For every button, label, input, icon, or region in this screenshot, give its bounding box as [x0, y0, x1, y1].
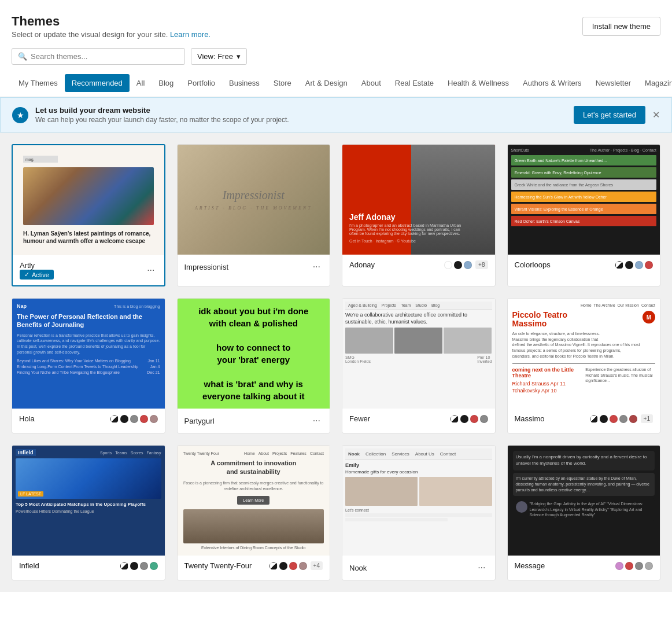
tab-blog[interactable]: Blog — [152, 74, 180, 92]
theme-name-artly: Artly — [20, 261, 54, 270]
theme-name-fewer: Fewer — [349, 414, 370, 423]
search-icon: 🔍 — [18, 52, 27, 61]
banner-cta-button[interactable]: Let's get started — [574, 106, 645, 124]
theme-preview-adonay[interactable]: Jeff Adonay I'm a photographer and an ab… — [342, 145, 495, 255]
theme-name-colorloops: Colorloops — [515, 260, 551, 269]
tab-art-design[interactable]: Art & Design — [298, 74, 355, 92]
tab-business[interactable]: Business — [222, 74, 267, 92]
tab-recommended[interactable]: Recommended — [65, 74, 130, 92]
color-swatches-twentytwentyfour — [269, 562, 307, 570]
color-swatches-hola — [110, 415, 158, 423]
theme-card-nook: NookCollectionServicesAbout UsContact Em… — [342, 445, 496, 580]
theme-card-infield: Infield SportsTeamsScoresFantasy LF LATE… — [12, 445, 165, 580]
promo-banner: ★ Let us build your dream website We can… — [0, 97, 672, 133]
search-box: 🔍 — [12, 48, 185, 65]
page-subtitle: Select or update the visual design for y… — [12, 30, 211, 39]
color-swatches-fewer — [451, 415, 488, 423]
theme-card-massimo: HomeThe ArchiveOur MissionContact Piccol… — [507, 298, 661, 433]
banner-title: Let us build your dream website — [35, 106, 289, 115]
active-badge-artly: ✓ Active — [20, 270, 54, 280]
tab-authors-writers[interactable]: Authors & Writers — [516, 74, 589, 92]
tab-about[interactable]: About — [355, 74, 388, 92]
theme-card-twentytwentyfour: Twenty Twenty Four HomeAboutProjectsFeat… — [177, 445, 331, 580]
theme-preview-hola[interactable]: Nap This is a blog on blogging The Power… — [12, 299, 165, 409]
tab-real-estate[interactable]: Real Estate — [388, 74, 441, 92]
tab-store[interactable]: Store — [267, 74, 298, 92]
tab-health-wellness[interactable]: Health & Wellness — [441, 74, 516, 92]
theme-more-button-artly[interactable]: ··· — [145, 264, 157, 277]
theme-name-adonay: Adonay — [349, 260, 375, 269]
theme-card-fewer: Aged & BuildingProjectsTeamStudioBlog We… — [342, 298, 496, 433]
theme-card-partygurl: idk about you but i'm donewith clean & p… — [177, 298, 331, 433]
extra-count-massimo: +1 — [641, 414, 653, 423]
page-title: Themes — [12, 14, 211, 29]
tab-all[interactable]: All — [130, 74, 152, 92]
install-new-theme-button[interactable]: Install new theme — [582, 17, 660, 36]
theme-name-impressionist: Impressionist — [184, 263, 229, 271]
chevron-down-icon: ▾ — [237, 52, 241, 61]
search-input[interactable] — [31, 52, 179, 61]
theme-name-massimo: Massimo — [515, 414, 545, 423]
theme-name-partygurl: Partygurl — [184, 417, 215, 425]
theme-card-impressionist: Impressionist ARTIST · BLOG · THE MOVEME… — [177, 144, 331, 286]
theme-name-twentytwentyfour: Twenty Twenty-Four — [184, 561, 252, 570]
color-swatches-message — [615, 562, 653, 570]
theme-more-button-impressionist[interactable]: ··· — [311, 260, 323, 273]
tab-portfolio[interactable]: Portfolio — [180, 74, 222, 92]
tab-magazine[interactable]: Magazine — [638, 74, 672, 92]
banner-star-icon: ★ — [12, 107, 28, 123]
banner-subtitle: We can help you reach your launch day fa… — [35, 116, 289, 124]
theme-card-message: Usually I'm a nonprofit driven by curios… — [507, 445, 661, 580]
theme-card-hola: Nap This is a blog on blogging The Power… — [12, 298, 165, 433]
theme-preview-twentytwentyfour[interactable]: Twenty Twenty Four HomeAboutProjectsFeat… — [178, 446, 330, 556]
theme-card-artly: mag. H. Lyman Saÿen's latest paintings o… — [12, 144, 165, 286]
theme-preview-nook[interactable]: NookCollectionServicesAbout UsContact Em… — [342, 446, 495, 556]
theme-more-button-nook[interactable]: ··· — [475, 561, 488, 574]
theme-name-message: Message — [515, 561, 545, 570]
themes-grid: mag. H. Lyman Saÿen's latest paintings o… — [0, 133, 672, 592]
theme-card-adonay: Jeff Adonay I'm a photographer and an ab… — [342, 144, 496, 286]
view-dropdown[interactable]: View: Free ▾ — [191, 48, 247, 65]
tab-my-themes[interactable]: My Themes — [12, 74, 65, 92]
theme-preview-artly[interactable]: mag. H. Lyman Saÿen's latest paintings o… — [13, 145, 164, 255]
nav-tabs: My Themes Recommended All Blog Portfolio… — [12, 74, 660, 92]
theme-preview-fewer[interactable]: Aged & BuildingProjectsTeamStudioBlog We… — [342, 299, 495, 409]
theme-preview-infield[interactable]: Infield SportsTeamsScoresFantasy LF LATE… — [12, 446, 165, 556]
banner-close-button[interactable]: ✕ — [652, 109, 660, 120]
learn-more-link[interactable]: Learn more. — [170, 30, 211, 39]
theme-preview-massimo[interactable]: HomeThe ArchiveOur MissionContact Piccol… — [508, 299, 660, 409]
extra-count-adonay: +8 — [475, 260, 488, 269]
theme-preview-partygurl[interactable]: idk about you but i'm donewith clean & p… — [178, 299, 330, 409]
search-filter-row: 🔍 View: Free ▾ — [12, 48, 660, 65]
theme-preview-impressionist[interactable]: Impressionist ARTIST · BLOG · THE MOVEME… — [178, 145, 330, 255]
theme-preview-colorloops[interactable]: ShortCuts The Author · Projects · Blog ·… — [508, 145, 660, 255]
theme-more-button-partygurl[interactable]: ··· — [311, 414, 323, 427]
color-swatches-infield — [120, 562, 158, 570]
theme-name-infield: Infield — [19, 561, 39, 570]
color-swatches-massimo — [590, 415, 637, 423]
theme-name-nook: Nook — [349, 564, 367, 572]
color-swatches-colorloops — [615, 261, 653, 269]
theme-preview-message[interactable]: Usually I'm a nonprofit driven by curios… — [508, 446, 660, 556]
tab-newsletter[interactable]: Newsletter — [589, 74, 638, 92]
extra-count-twentytwentyfour: +4 — [311, 561, 323, 570]
color-swatches-adonay — [444, 261, 472, 269]
theme-name-hola: Hola — [19, 414, 35, 423]
theme-card-colorloops: ShortCuts The Author · Projects · Blog ·… — [507, 144, 661, 286]
